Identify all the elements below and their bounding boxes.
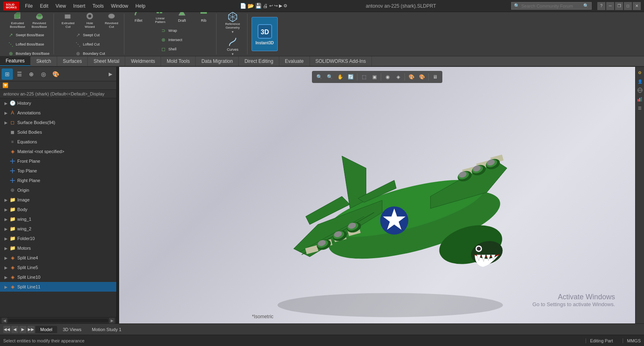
help-btn[interactable]: ? [597,2,605,10]
sidebar-display-btn[interactable]: ◎ [38,68,49,80]
tree-item-splitline10[interactable]: ▶ ◈ Split Line10 [0,272,116,282]
tab-nav-next[interactable]: ▶ [19,326,27,333]
redo-icon[interactable]: ↪ [274,3,278,8]
tree-item-solid-bodies[interactable]: ◼ Solid Bodies [0,127,116,137]
lofted-boss-btn[interactable]: ⋱ Lofted Boss/Base [6,40,51,49]
shell-btn[interactable]: ◻ Shell [158,45,184,54]
tab-weldments[interactable]: Weldments [125,56,161,66]
extruded-boss-base-btn[interactable]: ExtrudedBoss/Base [8,12,28,30]
revolved-cut-btn[interactable]: RevolvedCut [101,12,122,30]
right-btn-user[interactable]: 👤 [636,77,644,85]
menu-window[interactable]: Window [108,2,132,10]
tree-item-wing1[interactable]: ▶ 📁 wing_1 [0,214,116,224]
scroll-track[interactable] [8,319,108,322]
new-file-icon[interactable]: 📄 [240,3,246,9]
tree-item-image[interactable]: ▶ 📁 Image [0,195,116,205]
options-icon[interactable]: ⚙ [283,3,287,8]
intersect-btn[interactable]: ⊗ Intersect [158,35,184,44]
revolved-boss-base-btn[interactable]: RevolvedBoss/Base [29,12,50,30]
svg-point-26 [278,293,503,317]
draft-btn[interactable]: Draft [172,12,192,25]
menu-file[interactable]: File [22,2,36,10]
tree-item-body[interactable]: ▶ 📁 Body [0,205,116,214]
select-icon[interactable]: ▶ [279,3,282,8]
menu-edit[interactable]: Edit [37,2,52,10]
search-submit-icon[interactable]: 🔍 [583,3,589,8]
right-btn-display[interactable]: ☰ [636,104,644,112]
sidebar-config-btn[interactable]: ⊕ [26,68,37,80]
right-btn-chart[interactable] [636,95,644,103]
reference-geometry-dropdown[interactable]: ▼ [231,30,234,34]
instant3d-btn[interactable]: 3D Instant3D [252,17,278,51]
boundary-boss-btn[interactable]: ⊕ Boundary Boss/Base [6,49,51,56]
lofted-cut-btn[interactable]: ⋱ Lofted Cut [73,40,107,49]
extruded-cut-btn[interactable]: ExtrudedCut [58,12,78,30]
bottom-tab-model[interactable]: Model [35,326,57,333]
tab-surfaces[interactable]: Surfaces [57,56,88,66]
search-input[interactable] [521,4,582,8]
bottom-tab-3dviews[interactable]: 3D Views [58,326,86,333]
reference-geometry-btn[interactable]: ReferenceGeometry ▼ [221,12,245,35]
swept-cut-btn[interactable]: ↗ Swept Cut [73,31,107,39]
tree-item-folder10[interactable]: ▶ 📁 Folder10 [0,234,116,243]
print-icon[interactable]: 🖨 [263,3,268,9]
tree-item-right-plane[interactable]: Right Plane [0,176,116,185]
right-btn-sphere[interactable] [636,86,644,94]
fillet-btn[interactable]: Fillet [128,12,149,25]
tab-sketch[interactable]: Sketch [31,56,57,66]
menu-view[interactable]: View [52,2,69,10]
search-box[interactable]: 🔍 🔍 [511,2,592,10]
sidebar-list-btn[interactable]: ☰ [14,68,25,80]
sidebar-scrollbar[interactable]: ◀ ▶ [0,317,116,323]
3d-viewport[interactable]: 🔍 🔍 ✋ 🔄 ⬚ ▣ ◉ ◈ 🎨 🎨 🖥 [119,67,635,323]
tree-item-motors[interactable]: ▶ 📁 Motors [0,243,116,253]
scroll-right-btn[interactable]: ▶ [109,318,115,323]
tree-item-top-plane[interactable]: Top Plane [0,166,116,176]
close-btn[interactable]: ✕ [633,2,641,10]
open-file-icon[interactable]: 📂 [248,3,254,9]
linear-pattern-btn[interactable]: LinearPattern [150,12,170,25]
sidebar-appearance-btn[interactable]: 🎨 [50,68,61,80]
tree-item-material[interactable]: ◈ Material <not specified> [0,147,116,156]
tree-item-equations[interactable]: = Equations [0,137,116,147]
tab-solidworks-addins[interactable]: SOLIDWORKS Add-Ins [310,56,372,66]
tree-item-splitline11[interactable]: ▶ ◈ Split Line11 [0,282,116,292]
save-icon[interactable]: 💾 [255,3,262,9]
maximize-btn[interactable]: □ [624,2,632,10]
tree-item-front-plane[interactable]: Front Plane [0,156,116,166]
menu-help[interactable]: Help [132,2,149,10]
tab-data-migration[interactable]: Data Migration [196,56,239,66]
menu-tools[interactable]: Tools [89,2,107,10]
tab-mold-tools[interactable]: Mold Tools [161,56,196,66]
bottom-tab-motion-study[interactable]: Motion Study 1 [87,326,126,333]
tree-item-surface-bodies[interactable]: ▶ ◻ Surface Bodies(94) [0,118,116,127]
curves-btn[interactable]: Curves ▼ [223,36,243,56]
menu-insert[interactable]: Insert [70,2,89,10]
swept-boss-btn[interactable]: ↗ Swept Boss/Base [6,31,51,39]
rib-btn[interactable]: Rib [194,12,214,25]
hole-wizard-btn[interactable]: HoleWizard [80,12,100,30]
right-btn-settings[interactable]: ⚙ [636,68,644,77]
minimize-btn[interactable]: ─ [606,2,614,10]
tab-nav-right[interactable]: ▶▶ [27,326,35,333]
sidebar-feature-tree-btn[interactable]: ⊞ [2,68,13,80]
tab-features[interactable]: Features [0,56,31,66]
tree-item-splitline4[interactable]: ▶ ◈ Split Line4 [0,253,116,263]
tab-nav-prev[interactable]: ◀ [11,326,19,333]
tree-item-annotations[interactable]: ▶ A Annotations [0,108,116,118]
tab-sheet-metal[interactable]: Sheet Metal [88,56,125,66]
tab-nav-left[interactable]: ◀◀ [3,326,10,333]
tree-item-origin[interactable]: ⊕ Origin [0,185,116,195]
undo-icon[interactable]: ↩ [269,3,273,8]
tree-item-wing2[interactable]: ▶ 📁 wing_2 [0,224,116,234]
restore-btn[interactable]: ❐ [615,2,623,10]
scroll-left-btn[interactable]: ◀ [2,318,7,323]
tab-direct-editing[interactable]: Direct Editing [239,56,279,66]
sidebar-more-btn[interactable]: ▶ [106,70,115,78]
tab-evaluate[interactable]: Evaluate [279,56,310,66]
tree-item-splitline5[interactable]: ▶ ◈ Split Line5 [0,263,116,272]
wrap-btn[interactable]: ⊃ Wrap [158,26,184,35]
boundary-cut-btn[interactable]: ⊕ Boundary Cut [73,49,107,56]
tree-item-history[interactable]: ▶ 🕐 History [0,98,116,108]
curves-dropdown[interactable]: ▼ [231,52,234,56]
